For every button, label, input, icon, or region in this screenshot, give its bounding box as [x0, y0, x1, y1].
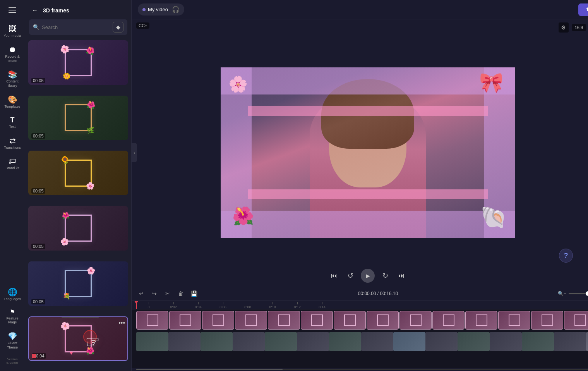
frame-clip[interactable]	[235, 311, 267, 330]
rewind-button[interactable]: ↺	[345, 270, 356, 282]
frame-more-options[interactable]: •••	[118, 319, 125, 326]
video-clip[interactable]	[233, 332, 265, 351]
playhead[interactable]	[136, 301, 137, 309]
search-input[interactable]	[42, 24, 110, 30]
video-settings-button[interactable]: ⚙	[559, 22, 569, 33]
redo-button[interactable]: ↪	[149, 289, 159, 299]
frame-item[interactable]: 🌸 🌺 🌼 00:05	[28, 40, 128, 85]
frame-clip[interactable]	[301, 311, 333, 330]
video-clip[interactable]	[265, 332, 297, 351]
video-clip[interactable]	[490, 332, 522, 351]
track-row	[132, 309, 588, 331]
sidebar-item-languages[interactable]: 🌐 Languages	[1, 285, 24, 304]
sidebar-item-text[interactable]: T Text	[1, 113, 24, 132]
collapse-panel-handle[interactable]: ‹	[132, 143, 137, 162]
premium-filter-button[interactable]: ◆	[113, 22, 123, 33]
video-clip[interactable]	[393, 332, 425, 351]
sidebar-item-label: Templates	[4, 105, 20, 109]
zoom-out-button[interactable]: 🔍−	[557, 289, 567, 299]
sidebar-item-label: Transitions	[4, 146, 21, 150]
brand-icon: 🏷	[9, 157, 16, 165]
video-clip[interactable]	[522, 332, 554, 351]
video-clip[interactable]	[201, 332, 233, 351]
frame-clip[interactable]	[564, 311, 588, 330]
frame-clip[interactable]	[268, 311, 300, 330]
frame-clip[interactable]	[531, 311, 563, 330]
frame-preview: 🌸 💐	[65, 270, 92, 297]
sidebar-item-record-create[interactable]: ⏺ Record &create	[1, 43, 24, 66]
panel-back-button[interactable]: ←	[30, 5, 40, 15]
frame-clip[interactable]	[498, 311, 530, 330]
frame-clip[interactable]	[202, 311, 234, 330]
frame-item[interactable]: 🌻 🌸 00:05	[28, 151, 128, 195]
delete-button[interactable]: 🗑	[176, 289, 186, 299]
export-button[interactable]: ⬆ Export ▾	[578, 3, 588, 16]
search-icon: 🔍	[33, 24, 39, 30]
frame-clip[interactable]	[465, 311, 497, 330]
ruler-mark: 0:02	[161, 302, 186, 309]
frames-panel: ← 3D frames 🔍 ◆ 🌸 🌺 🌼 00:05 🌺	[25, 0, 132, 371]
video-canvas: CC+ ⚙ 16:9 ⛶	[132, 19, 588, 286]
sidebar-item-version[interactable]: Versiond72b9de	[1, 354, 24, 368]
video-clip[interactable]	[329, 332, 361, 351]
forward-button[interactable]: ↻	[379, 270, 391, 282]
skip-forward-button[interactable]: ⏭	[396, 270, 407, 282]
scroll-thumb[interactable]	[136, 369, 283, 370]
video-tab[interactable]: My video 🎧	[138, 3, 184, 15]
frame-item-active[interactable]: 🌸 🌺 ♥ 00:04 ••• Add to timeline	[28, 316, 128, 361]
frame-clip[interactable]	[169, 311, 201, 330]
video-clip[interactable]	[297, 332, 329, 351]
frame-item[interactable]: 🌺 🌸 00:05	[28, 206, 128, 251]
record-icon: ⏺	[9, 46, 16, 53]
timeline-tracks[interactable]	[132, 309, 588, 368]
ruler-mark: 0:08	[235, 302, 260, 309]
export-icon: ⬆	[585, 7, 588, 12]
sidebar-item-label: FeatureFlags	[6, 316, 18, 325]
frame-decoration-3: 🌺	[232, 206, 254, 226]
version-label: Versiond72b9de	[6, 357, 18, 365]
video-clip[interactable]	[458, 332, 490, 351]
undo-button[interactable]: ↩	[136, 289, 146, 299]
captions-button[interactable]: CC+	[136, 22, 149, 29]
ruler-mark: 0:12	[285, 302, 310, 309]
save-button[interactable]: 💾	[189, 289, 199, 299]
templates-icon: 🎨	[8, 96, 17, 103]
frame-clip[interactable]	[432, 311, 465, 330]
video-clip[interactable]	[425, 332, 458, 351]
sidebar-item-content-library[interactable]: 📚 Contentlibrary	[1, 67, 24, 91]
track-row	[132, 331, 588, 352]
frame-item[interactable]: 🌸 💐 00:05	[28, 261, 128, 306]
play-button[interactable]: ▶	[361, 269, 375, 283]
frame-bar-bottom	[248, 189, 488, 199]
timeline-scrollbar[interactable]	[132, 368, 588, 371]
video-clip[interactable]	[361, 332, 393, 351]
languages-icon: 🌐	[8, 288, 17, 296]
cut-button[interactable]: ✂	[163, 289, 173, 299]
sidebar-item-transitions[interactable]: ⇄ Transitions	[1, 134, 24, 153]
frame-item[interactable]: 🌺 🌿 00:05	[28, 96, 128, 140]
zoom-slider[interactable]	[569, 293, 588, 294]
video-clip[interactable]	[554, 332, 586, 351]
frame-clip[interactable]	[399, 311, 432, 330]
frame-clip[interactable]	[367, 311, 399, 330]
sidebar-item-feature-flags[interactable]: ⚑ FeatureFlags	[1, 306, 24, 328]
frame-preview: 🌸 🌺 ♥	[65, 325, 92, 352]
library-icon: 📚	[8, 70, 17, 78]
video-clip[interactable]	[586, 332, 588, 351]
sidebar-item-your-media[interactable]: 🖼 Your media	[1, 22, 24, 41]
frame-clip[interactable]	[334, 311, 366, 330]
sidebar-item-fluent-theme[interactable]: 💎 FluentTheme	[1, 329, 24, 353]
help-button[interactable]: ?	[559, 249, 573, 263]
hamburger-line	[9, 7, 16, 8]
skip-back-button[interactable]: ⏮	[328, 270, 340, 282]
current-time: 00:00.00	[358, 291, 376, 296]
frame-clip[interactable]	[136, 311, 168, 330]
video-clip[interactable]	[168, 332, 201, 351]
video-clip[interactable]	[136, 332, 168, 351]
video-clips	[136, 332, 588, 351]
sidebar-item-brand-kit[interactable]: 🏷 Brand kit	[1, 154, 24, 173]
timeline-time-display: 00:00.00 / 00:16.10	[358, 291, 398, 296]
ruler-mark: 0:04	[186, 302, 211, 309]
hamburger-menu[interactable]	[1, 3, 24, 17]
sidebar-item-templates[interactable]: 🎨 Templates	[1, 93, 24, 112]
